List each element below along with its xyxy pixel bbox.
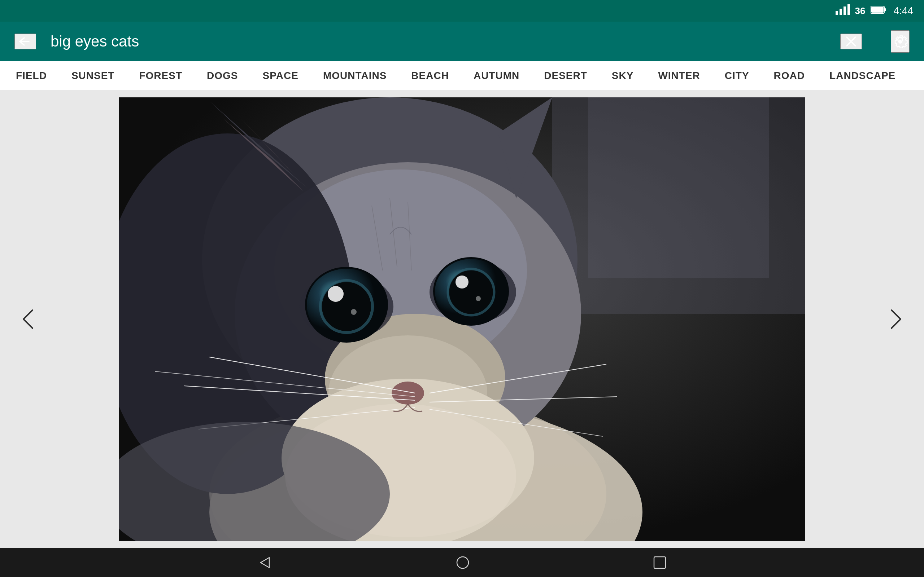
category-tab-mountains[interactable]: MOUNTAINS (311, 61, 399, 90)
category-tab-winter[interactable]: WINTER (646, 61, 712, 90)
category-tab-forest[interactable]: FOREST (127, 61, 195, 90)
nav-home-button[interactable] (454, 554, 472, 571)
image-container (119, 97, 805, 541)
category-tab-field[interactable]: FIELD (3, 61, 59, 90)
category-tab-beach[interactable]: BEACH (399, 61, 461, 90)
next-button[interactable] (881, 305, 909, 334)
svg-rect-0 (835, 11, 838, 15)
category-tab-sky[interactable]: SKY (599, 61, 646, 90)
svg-rect-3 (848, 4, 850, 15)
svg-rect-1 (840, 9, 842, 15)
category-tab-space[interactable]: SPACE (250, 61, 311, 90)
main-content (0, 90, 924, 548)
svg-marker-54 (261, 558, 269, 567)
time-display: 4:44 (894, 5, 914, 16)
svg-rect-13 (588, 97, 769, 278)
category-tab-dogs[interactable]: DOGS (195, 61, 250, 90)
category-tab-road[interactable]: ROAD (762, 61, 817, 90)
category-tab-city[interactable]: CITY (712, 61, 762, 90)
category-bar: FIELD SUNSET FOREST DOGS SPACE MOUNTAINS… (0, 61, 924, 90)
category-tab-autumn[interactable]: AUTUMN (461, 61, 531, 90)
svg-point-55 (457, 557, 468, 568)
back-button[interactable] (15, 34, 36, 49)
svg-rect-56 (654, 557, 666, 568)
settings-button[interactable] (891, 30, 909, 53)
svg-point-9 (898, 40, 902, 44)
nav-bar (0, 548, 924, 577)
category-tab-landscape[interactable]: LANDSCAPE (817, 61, 908, 90)
prev-button[interactable] (15, 305, 43, 334)
clear-button[interactable] (840, 34, 862, 49)
svg-point-35 (351, 309, 357, 315)
nav-back-button[interactable] (256, 554, 274, 571)
svg-point-34 (328, 286, 344, 302)
battery-icon (871, 5, 887, 16)
nav-recent-button[interactable] (652, 554, 668, 571)
category-tab-desert[interactable]: DESERT (531, 61, 599, 90)
signal-icon (835, 4, 850, 17)
network-type: 36 (855, 5, 866, 16)
search-input[interactable] (50, 33, 826, 50)
cat-photo (119, 97, 805, 541)
svg-rect-6 (884, 8, 886, 11)
search-bar (0, 22, 924, 61)
svg-point-40 (456, 276, 468, 288)
status-bar: 36 4:44 (0, 0, 924, 22)
svg-point-24 (392, 382, 424, 405)
category-tab-sunset[interactable]: SUNSET (59, 61, 127, 90)
svg-point-41 (476, 296, 481, 301)
svg-rect-5 (871, 7, 884, 13)
svg-rect-2 (843, 6, 846, 15)
